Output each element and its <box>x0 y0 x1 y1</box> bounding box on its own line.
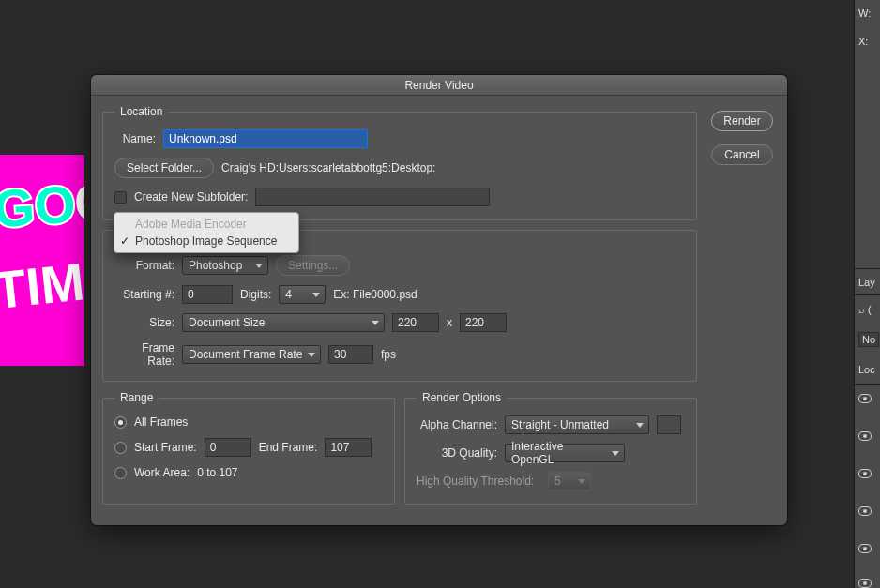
properties-panel-sliver: W: X: Lay ⌕ ( No Loc <box>854 0 880 588</box>
transform-x-label: X: <box>858 36 868 47</box>
layer-filter-kind[interactable]: No <box>858 332 879 347</box>
work-area-radio[interactable] <box>114 467 127 479</box>
layer-visibility-6[interactable] <box>858 579 872 588</box>
range-group: Range All Frames Start Frame: End Frame: <box>102 391 395 505</box>
name-input[interactable] <box>163 129 368 148</box>
name-label: Name: <box>114 132 156 145</box>
chevron-down-icon <box>612 451 619 456</box>
canvas-document-preview: GO C TIM <box>0 155 84 366</box>
select-folder-button[interactable]: Select Folder... <box>114 158 214 178</box>
lock-label: Loc <box>858 364 875 375</box>
filename-example: Ex: File0000.psd <box>333 288 417 301</box>
eye-icon <box>858 431 872 441</box>
quality-select[interactable]: Interactive OpenGL <box>505 444 625 462</box>
hq-threshold-label: High Quality Threshold: <box>417 475 540 488</box>
layer-visibility-4[interactable] <box>858 506 872 516</box>
eye-icon <box>858 469 872 478</box>
checkmark-icon: ✓ <box>120 234 129 248</box>
x-separator: x <box>447 316 452 329</box>
framerate-unit: fps <box>381 348 396 361</box>
create-subfolder-label: Create New Subfolder: <box>134 190 248 204</box>
framerate-input[interactable] <box>328 345 373 364</box>
alpha-select[interactable]: Straight - Unmatted <box>505 415 649 434</box>
starting-label: Starting #: <box>114 288 174 301</box>
eye-icon <box>858 394 872 403</box>
render-button[interactable]: Render <box>711 111 773 131</box>
layer-visibility-5[interactable] <box>858 544 872 553</box>
all-frames-label: All Frames <box>134 415 188 429</box>
chevron-down-icon <box>578 479 585 484</box>
chevron-down-icon <box>372 321 379 325</box>
size-select[interactable]: Document Size <box>182 313 385 332</box>
encoder-option-ame: Adobe Media Encoder <box>114 216 298 233</box>
start-frame-input[interactable] <box>205 438 251 457</box>
search-icon[interactable]: ⌕ ( <box>858 304 872 315</box>
digits-label: Digits: <box>240 288 271 301</box>
width-input[interactable] <box>392 313 439 332</box>
artwork-good-times: GO C TIM <box>0 158 84 365</box>
end-frame-label: End Frame: <box>259 441 318 454</box>
subfolder-name-input[interactable] <box>255 188 490 206</box>
create-subfolder-checkbox[interactable] <box>114 191 127 204</box>
chevron-down-icon <box>636 423 644 428</box>
encoder-option-pis[interactable]: ✓ Photoshop Image Sequence <box>114 233 298 249</box>
matte-color-swatch[interactable] <box>657 415 681 434</box>
svg-text:GO: GO <box>0 174 78 239</box>
chevron-down-icon <box>312 293 320 297</box>
eye-icon <box>858 579 872 588</box>
end-frame-input[interactable] <box>325 438 372 457</box>
work-area-value: 0 to 107 <box>197 466 237 479</box>
settings-button: Settings... <box>276 255 350 276</box>
layers-tab-label[interactable]: Lay <box>858 277 875 288</box>
hq-threshold-select: 5 <box>548 472 591 490</box>
start-frame-label: Start Frame: <box>134 441 197 454</box>
layer-visibility-3[interactable] <box>858 469 872 478</box>
framerate-preset-select[interactable]: Document Frame Rate <box>182 345 321 364</box>
svg-text:TIM: TIM <box>0 251 84 320</box>
eye-icon <box>858 506 872 516</box>
render-video-dialog: Render Video Location Name: Select Folde… <box>91 75 787 525</box>
location-legend: Location <box>114 105 168 118</box>
encoder-dropdown-popup: Adobe Media Encoder ✓ Photoshop Image Se… <box>114 212 299 253</box>
starting-number-input[interactable] <box>182 285 233 304</box>
format-select[interactable]: Photoshop <box>182 256 268 275</box>
format-label: Format: <box>114 259 174 272</box>
layer-visibility-2[interactable] <box>858 431 872 441</box>
height-input[interactable] <box>460 313 507 332</box>
range-legend: Range <box>114 391 159 404</box>
dialog-title: Render Video <box>91 75 787 96</box>
digits-select[interactable]: 4 <box>279 285 326 304</box>
start-frame-radio[interactable] <box>114 442 127 454</box>
alpha-label: Alpha Channel: <box>417 418 497 431</box>
all-frames-radio[interactable] <box>114 416 127 429</box>
quality-label: 3D Quality: <box>417 446 497 460</box>
chevron-down-icon <box>308 353 315 357</box>
folder-path-text: Craig's HD:Users:scarletabbottg5:Desktop… <box>221 161 435 174</box>
location-group: Location Name: Select Folder... Craig's … <box>102 105 697 220</box>
size-label: Size: <box>114 316 174 329</box>
framerate-label: Frame Rate: <box>114 341 174 368</box>
cancel-button[interactable]: Cancel <box>711 144 773 165</box>
layer-visibility-1[interactable] <box>858 394 872 403</box>
transform-w-label: W: <box>858 8 871 19</box>
render-options-group: Render Options Alpha Channel: Straight -… <box>404 391 697 505</box>
eye-icon <box>858 544 872 553</box>
work-area-label: Work Area: <box>134 466 190 479</box>
render-options-legend: Render Options <box>417 391 507 404</box>
chevron-down-icon <box>255 264 263 268</box>
